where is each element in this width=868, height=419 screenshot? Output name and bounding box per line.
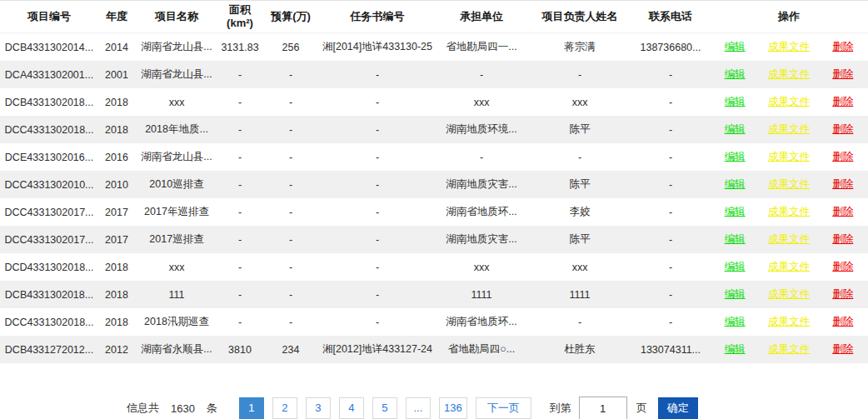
page-buttons: 12345...136 [239,397,467,419]
confirm-button[interactable]: 确定 [658,397,698,419]
cell-leader: 1111 [528,281,631,308]
edit-link[interactable]: 编辑 [725,40,746,54]
edit-link[interactable]: 编辑 [725,205,746,219]
cell-unit: xxx [435,88,528,116]
cell-task-no: 湘[2012]地详433127-24 [320,336,435,363]
delete-link[interactable]: 删除 [832,150,853,164]
column-header-leader: 项目负责人姓名 [528,1,631,33]
results-file-link[interactable]: 成果文件 [768,260,810,274]
delete-link[interactable]: 删除 [832,342,853,357]
actions-wrap: 编辑成果文件删除 [713,205,865,219]
column-header-unit: 承担单位 [435,1,528,33]
cell-unit: - [435,61,528,88]
actions-wrap: 编辑成果文件删除 [713,260,865,274]
edit-link[interactable]: 编辑 [725,67,746,82]
cell-year: 2001 [98,61,135,88]
cell-budget: - [262,198,320,226]
cell-code: DCB4331272012... [0,336,98,363]
cell-leader: 陈平 [528,226,631,253]
cell-year: 2017 [98,198,135,226]
page-button-136[interactable]: 136 [439,397,467,419]
delete-link[interactable]: 删除 [832,67,853,82]
page-button-4[interactable]: 4 [339,397,364,419]
cell-unit: - [435,143,528,171]
results-file-link[interactable]: 成果文件 [768,205,810,219]
results-file-link[interactable]: 成果文件 [768,232,810,247]
info-label-suffix: 条 [207,401,217,416]
cell-unit: 湖南省地质环... [435,198,528,226]
cell-area: - [218,253,262,281]
cell-phone: - [631,253,710,281]
cell-leader: xxx [528,253,631,281]
cell-code: DCB4331302014... [0,33,98,62]
column-header-budget: 预算(万) [262,1,320,33]
page-button-1[interactable]: 1 [239,397,264,419]
actions-wrap: 编辑成果文件删除 [713,150,865,164]
results-file-link[interactable]: 成果文件 [768,150,810,164]
delete-link[interactable]: 删除 [832,205,853,219]
cell-year: 2018 [98,308,135,336]
table-row: DCB4331272012...2012湖南省永顺县...3810234湘[20… [0,336,868,363]
delete-link[interactable]: 删除 [832,260,853,274]
cell-phone: - [631,198,710,226]
cell-area: - [218,61,262,88]
results-file-link[interactable]: 成果文件 [768,315,810,329]
pagination-bar: 信息共 1630 条 12345...136 下一页 到第 页 确定 [127,397,868,419]
cell-name: 2017年巡排查 [135,198,218,226]
cell-phone: 133074311... [631,336,710,363]
column-header-code: 项目编号 [0,1,98,33]
results-file-link[interactable]: 成果文件 [768,67,810,82]
cell-phone: - [631,226,710,253]
results-file-link[interactable]: 成果文件 [768,342,810,357]
actions-wrap: 编辑成果文件删除 [713,315,865,329]
cell-year: 2018 [98,88,135,116]
cell-budget: - [262,281,320,308]
edit-link[interactable]: 编辑 [725,177,746,192]
cell-leader: 陈平 [528,171,631,198]
results-file-link[interactable]: 成果文件 [768,177,810,192]
edit-link[interactable]: 编辑 [725,342,746,357]
delete-link[interactable]: 删除 [832,232,853,247]
delete-link[interactable]: 删除 [832,40,853,54]
delete-link[interactable]: 删除 [832,315,853,329]
delete-link[interactable]: 删除 [832,287,853,302]
delete-link[interactable]: 删除 [832,122,853,137]
cell-code: DCC4331302017... [0,198,98,226]
results-file-link[interactable]: 成果文件 [768,122,810,137]
edit-link[interactable]: 编辑 [725,315,746,329]
edit-link[interactable]: 编辑 [725,122,746,137]
edit-link[interactable]: 编辑 [725,95,746,109]
cell-budget: - [262,226,320,253]
next-page-button[interactable]: 下一页 [476,397,531,419]
cell-code: DCB4331302018... [0,281,98,308]
cell-unit: 湖南地质灾害... [435,226,528,253]
cell-area: - [218,226,262,253]
edit-link[interactable]: 编辑 [725,232,746,247]
cell-leader: xxx [528,88,631,116]
edit-link[interactable]: 编辑 [725,260,746,274]
column-header-name: 项目名称 [135,1,218,33]
results-file-link[interactable]: 成果文件 [768,287,810,302]
edit-link[interactable]: 编辑 [725,287,746,302]
cell-area: 3810 [218,336,262,363]
results-file-link[interactable]: 成果文件 [768,40,810,54]
cell-leader: - [528,61,631,88]
page-button-3[interactable]: 3 [306,397,331,419]
table-row: DCC4331302017...20172017年巡排查---湖南省地质环...… [0,198,868,226]
cell-area: - [218,308,262,336]
cell-year: 2018 [98,281,135,308]
cell-name: 2018年地质... [135,116,218,143]
table-row: DCC4331302010...20102010巡排查---湖南地质灾害...陈… [0,171,868,198]
goto-page-input[interactable] [579,397,627,419]
cell-actions: 编辑成果文件删除 [710,88,868,116]
page-button-2[interactable]: 2 [272,397,297,419]
delete-link[interactable]: 删除 [832,95,853,109]
info-label-prefix: 信息共 [127,401,159,416]
table-row: DCA4331302001...2001湖南省龙山县...------编辑成果文… [0,61,868,88]
delete-link[interactable]: 删除 [832,177,853,192]
cell-task-no: - [320,198,435,226]
page-button-ellipsis[interactable]: ... [406,397,431,419]
edit-link[interactable]: 编辑 [725,150,746,164]
page-button-5[interactable]: 5 [372,397,397,419]
results-file-link[interactable]: 成果文件 [768,95,810,109]
